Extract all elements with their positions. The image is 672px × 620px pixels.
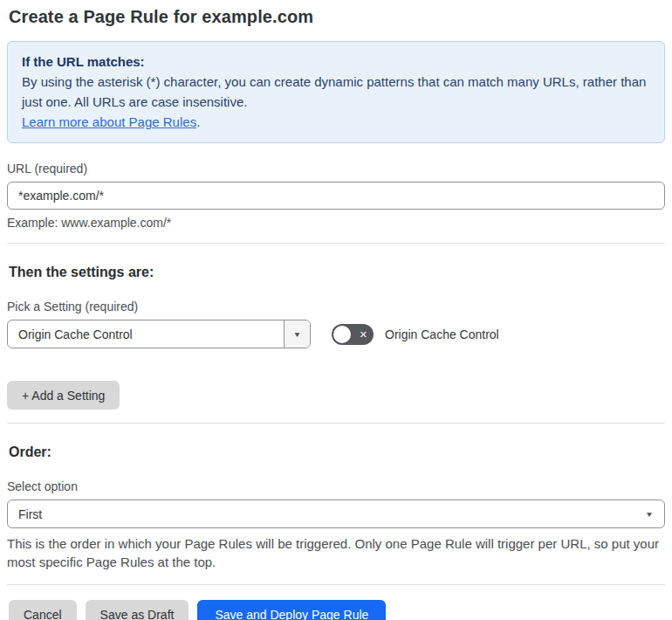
info-box-heading: If the URL matches: xyxy=(22,52,650,72)
order-select-label: Select option xyxy=(7,479,665,493)
url-match-info-box: If the URL matches: By using the asteris… xyxy=(7,41,665,143)
section-divider xyxy=(7,243,665,244)
setting-select-arrow-button[interactable]: ▼ xyxy=(284,320,310,348)
learn-more-link-suffix: . xyxy=(196,114,200,129)
url-helper-text: Example: www.example.com/* xyxy=(7,216,665,230)
pick-setting-label: Pick a Setting (required) xyxy=(7,300,665,313)
toggle-label: Origin Cache Control xyxy=(385,327,499,341)
order-helper-text: This is the order in which your Page Rul… xyxy=(7,534,662,571)
order-select[interactable]: First ▼ xyxy=(7,499,665,528)
create-page-rule-form: Create a Page Rule for example.com If th… xyxy=(0,0,672,620)
setting-select[interactable]: Origin Cache Control ▼ xyxy=(7,320,311,348)
section-divider xyxy=(7,423,665,424)
chevron-down-icon: ▼ xyxy=(293,330,302,338)
footer-actions: Cancel Save as Draft Save and Deploy Pag… xyxy=(7,600,665,620)
learn-more-link[interactable]: Learn more about Page Rules xyxy=(22,114,196,129)
save-as-draft-button[interactable]: Save as Draft xyxy=(86,600,189,620)
order-section-heading: Order: xyxy=(9,444,665,460)
settings-section-heading: Then the settings are: xyxy=(9,265,665,280)
setting-select-value: Origin Cache Control xyxy=(8,327,284,341)
order-select-value: First xyxy=(8,507,645,521)
section-divider xyxy=(7,584,665,585)
info-box-link-line: Learn more about Page Rules. xyxy=(22,112,650,132)
url-label: URL (required) xyxy=(7,162,665,176)
cancel-button[interactable]: Cancel xyxy=(9,600,77,620)
toggle-knob xyxy=(333,326,351,343)
save-and-deploy-button[interactable]: Save and Deploy Page Rule xyxy=(197,600,386,620)
chevron-down-icon: ▼ xyxy=(645,510,664,518)
url-field-group: URL (required) Example: www.example.com/… xyxy=(7,162,665,230)
origin-cache-control-toggle[interactable]: ✕ xyxy=(332,324,374,345)
toggle-off-x-icon: ✕ xyxy=(360,329,367,339)
url-input[interactable] xyxy=(7,182,665,210)
setting-row: Origin Cache Control ▼ ✕ Origin Cache Co… xyxy=(7,320,665,348)
page-title: Create a Page Rule for example.com xyxy=(9,7,665,27)
info-box-body: By using the asterisk (*) character, you… xyxy=(22,72,650,112)
add-setting-button[interactable]: + Add a Setting xyxy=(7,381,120,410)
